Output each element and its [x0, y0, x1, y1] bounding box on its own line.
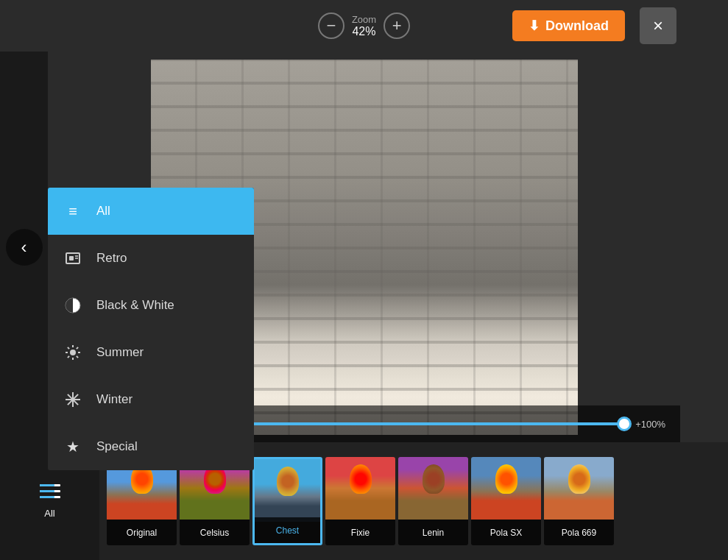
svg-rect-22 [40, 484, 54, 486]
filter-bw-label: Black & White [96, 298, 174, 313]
svg-line-11 [77, 356, 78, 358]
download-label: Download [545, 18, 609, 34]
thumb-celsius[interactable]: Celsius [180, 457, 250, 545]
intensity-value: +100% [635, 419, 665, 430]
svg-rect-1 [69, 256, 74, 260]
thumb-pola-sx[interactable]: Pola SX [471, 457, 541, 545]
svg-point-5 [70, 350, 76, 355]
filter-special[interactable]: ★ Special [48, 423, 254, 470]
thumb-pola669-balloon [568, 464, 590, 494]
thumb-pola-669-label: Pola 669 [544, 520, 614, 545]
svg-point-18 [71, 398, 74, 401]
thumb-original-label: Original [107, 520, 177, 545]
filter-summer[interactable]: Summer [48, 329, 254, 376]
svg-rect-24 [40, 496, 54, 498]
intensity-thumb[interactable] [617, 417, 632, 431]
zoom-value: 42% [352, 25, 376, 38]
zoom-label: Zoom 42% [352, 14, 376, 38]
thumb-lenin[interactable]: Lenin [398, 457, 468, 545]
zoom-title: Zoom [352, 14, 376, 25]
zoom-out-button[interactable]: − [318, 13, 344, 39]
zoom-in-button[interactable]: + [384, 13, 410, 39]
filter-all-label: All [96, 204, 110, 219]
filmstrip-sidebar-icon [40, 483, 60, 504]
thumb-pola669-bg [544, 457, 614, 520]
thumb-pola-669[interactable]: Pola 669 [544, 457, 614, 545]
download-button[interactable]: ⬇ Download [512, 10, 625, 41]
filter-special-label: Special [96, 439, 138, 454]
thumb-original[interactable]: Original [107, 457, 177, 545]
filter-summer-label: Summer [96, 345, 144, 360]
filter-retro-label: Retro [96, 251, 127, 266]
retro-icon [63, 248, 83, 269]
thumb-chest-label: Chest [255, 517, 320, 543]
thumb-polaSX-bg [471, 457, 541, 520]
thumb-pola-sx-label: Pola SX [471, 520, 541, 545]
thumb-lenin-bg [398, 457, 468, 520]
close-button[interactable]: × [640, 7, 676, 44]
thumb-chest-balloon [277, 467, 299, 496]
filter-winter-label: Winter [96, 392, 132, 407]
summer-icon [63, 342, 83, 363]
svg-line-13 [68, 356, 69, 358]
download-icon: ⬇ [529, 18, 540, 34]
svg-line-12 [77, 347, 78, 349]
zoom-controls: − Zoom 42% + [318, 13, 410, 39]
black-white-icon [63, 295, 83, 316]
winter-icon [63, 389, 83, 410]
thumb-polaSX-balloon [495, 464, 517, 494]
thumb-celsius-label: Celsius [180, 520, 250, 545]
filter-black-white[interactable]: Black & White [48, 282, 254, 329]
special-icon: ★ [63, 436, 83, 457]
thumb-fixie-bg [325, 457, 395, 520]
filter-menu: ≡ All Retro Black & White [48, 188, 254, 470]
svg-line-10 [68, 347, 69, 349]
thumb-lenin-label: Lenin [398, 520, 468, 545]
svg-rect-23 [40, 490, 54, 492]
thumb-fixie-label: Fixie [325, 520, 395, 545]
back-arrow-button[interactable]: ‹ [6, 229, 43, 266]
thumb-chest[interactable]: Chest [252, 457, 322, 545]
thumb-lenin-balloon [423, 464, 445, 494]
filter-all[interactable]: ≡ All [48, 188, 254, 235]
all-icon: ≡ [63, 201, 83, 221]
thumb-fixie-balloon [350, 464, 372, 494]
thumb-fixie[interactable]: Fixie [325, 457, 395, 545]
left-sidebar: ‹ [0, 52, 48, 442]
filter-winter[interactable]: Winter [48, 376, 254, 423]
header: − Zoom 42% + ⬇ Download × [0, 0, 728, 52]
filter-retro[interactable]: Retro [48, 235, 254, 282]
thumb-chest-bg [255, 459, 320, 522]
filmstrip-all-label: All [44, 508, 54, 519]
